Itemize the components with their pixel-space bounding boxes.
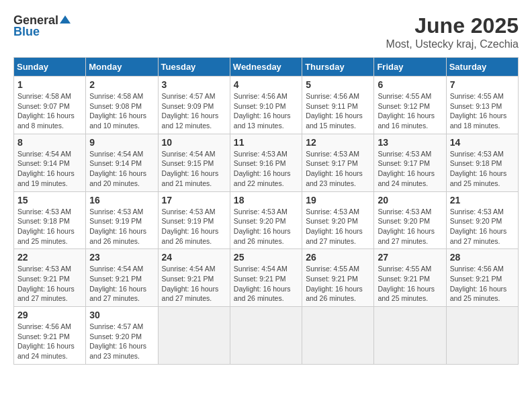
day-content: Sunrise: 4:53 AM Sunset: 9:21 PM Dayligh… — [17, 264, 82, 304]
day-content: Sunrise: 4:53 AM Sunset: 9:19 PM Dayligh… — [89, 207, 154, 246]
calendar-week-1: 1Sunrise: 4:58 AM Sunset: 9:07 PM Daylig… — [14, 77, 519, 134]
day-number: 24 — [162, 252, 226, 263]
day-content: Sunrise: 4:53 AM Sunset: 9:18 PM Dayligh… — [450, 149, 515, 189]
table-row: 14Sunrise: 4:53 AM Sunset: 9:18 PM Dayli… — [446, 134, 518, 191]
day-number: 16 — [89, 195, 154, 205]
day-content: Sunrise: 4:54 AM Sunset: 9:14 PM Dayligh… — [17, 149, 82, 189]
day-number: 5 — [306, 79, 370, 90]
table-row — [230, 307, 302, 365]
day-content: Sunrise: 4:55 AM Sunset: 9:12 PM Dayligh… — [378, 91, 442, 131]
day-number: 18 — [234, 195, 298, 205]
day-number: 26 — [306, 252, 370, 263]
table-row: 26Sunrise: 4:55 AM Sunset: 9:21 PM Dayli… — [302, 249, 374, 307]
day-content: Sunrise: 4:53 AM Sunset: 9:19 PM Dayligh… — [162, 207, 226, 246]
table-row: 16Sunrise: 4:53 AM Sunset: 9:19 PM Dayli… — [86, 191, 158, 249]
day-content: Sunrise: 4:56 AM Sunset: 9:11 PM Dayligh… — [306, 91, 370, 131]
table-row — [158, 307, 230, 365]
table-row: 9Sunrise: 4:54 AM Sunset: 9:14 PM Daylig… — [86, 134, 158, 191]
day-number: 25 — [234, 252, 298, 263]
table-row: 10Sunrise: 4:54 AM Sunset: 9:15 PM Dayli… — [158, 134, 230, 191]
day-number: 12 — [306, 137, 370, 148]
day-number: 13 — [378, 137, 442, 148]
table-row: 24Sunrise: 4:54 AM Sunset: 9:21 PM Dayli… — [158, 249, 230, 307]
table-row: 8Sunrise: 4:54 AM Sunset: 9:14 PM Daylig… — [14, 134, 86, 191]
table-row: 18Sunrise: 4:53 AM Sunset: 9:20 PM Dayli… — [230, 191, 302, 249]
logo: General Blue — [13, 13, 71, 39]
col-friday: Friday — [374, 58, 446, 77]
table-row: 12Sunrise: 4:53 AM Sunset: 9:17 PM Dayli… — [302, 134, 374, 191]
day-content: Sunrise: 4:53 AM Sunset: 9:20 PM Dayligh… — [378, 207, 442, 246]
title-area: June 2025 Most, Ustecky kraj, Czechia — [386, 13, 519, 50]
table-row: 19Sunrise: 4:53 AM Sunset: 9:20 PM Dayli… — [302, 191, 374, 249]
table-row — [446, 307, 518, 365]
day-content: Sunrise: 4:53 AM Sunset: 9:20 PM Dayligh… — [306, 207, 370, 246]
day-content: Sunrise: 4:58 AM Sunset: 9:07 PM Dayligh… — [17, 91, 82, 131]
day-content: Sunrise: 4:55 AM Sunset: 9:21 PM Dayligh… — [378, 264, 442, 304]
col-sunday: Sunday — [14, 58, 86, 77]
day-content: Sunrise: 4:54 AM Sunset: 9:21 PM Dayligh… — [162, 264, 226, 304]
day-number: 14 — [450, 137, 515, 148]
table-row: 2Sunrise: 4:58 AM Sunset: 9:08 PM Daylig… — [86, 77, 158, 134]
table-row: 7Sunrise: 4:55 AM Sunset: 9:13 PM Daylig… — [446, 77, 518, 134]
table-row: 3Sunrise: 4:57 AM Sunset: 9:09 PM Daylig… — [158, 77, 230, 134]
header: General Blue June 2025 Most, Ustecky kra… — [13, 13, 519, 50]
table-row: 17Sunrise: 4:53 AM Sunset: 9:19 PM Dayli… — [158, 191, 230, 249]
day-content: Sunrise: 4:53 AM Sunset: 9:17 PM Dayligh… — [378, 149, 442, 189]
calendar-header-row: Sunday Monday Tuesday Wednesday Thursday… — [14, 58, 519, 77]
day-number: 21 — [450, 195, 515, 205]
day-number: 10 — [162, 137, 226, 148]
table-row: 28Sunrise: 4:56 AM Sunset: 9:21 PM Dayli… — [446, 249, 518, 307]
day-content: Sunrise: 4:54 AM Sunset: 9:21 PM Dayligh… — [234, 264, 298, 304]
calendar-week-4: 22Sunrise: 4:53 AM Sunset: 9:21 PM Dayli… — [14, 249, 519, 307]
day-number: 9 — [89, 137, 154, 148]
table-row: 6Sunrise: 4:55 AM Sunset: 9:12 PM Daylig… — [374, 77, 446, 134]
day-content: Sunrise: 4:53 AM Sunset: 9:20 PM Dayligh… — [450, 207, 515, 246]
col-saturday: Saturday — [446, 58, 518, 77]
calendar-table: Sunday Monday Tuesday Wednesday Thursday… — [13, 57, 519, 365]
day-content: Sunrise: 4:56 AM Sunset: 9:21 PM Dayligh… — [450, 264, 515, 304]
day-content: Sunrise: 4:57 AM Sunset: 9:09 PM Dayligh… — [162, 91, 226, 131]
calendar-week-3: 15Sunrise: 4:53 AM Sunset: 9:18 PM Dayli… — [14, 191, 519, 249]
day-content: Sunrise: 4:54 AM Sunset: 9:15 PM Dayligh… — [162, 149, 226, 189]
day-content: Sunrise: 4:58 AM Sunset: 9:08 PM Dayligh… — [89, 91, 154, 131]
day-content: Sunrise: 4:53 AM Sunset: 9:20 PM Dayligh… — [234, 207, 298, 246]
svg-marker-0 — [60, 15, 71, 24]
day-number: 22 — [17, 252, 82, 263]
table-row — [302, 307, 374, 365]
table-row: 5Sunrise: 4:56 AM Sunset: 9:11 PM Daylig… — [302, 77, 374, 134]
col-wednesday: Wednesday — [230, 58, 302, 77]
day-content: Sunrise: 4:57 AM Sunset: 9:20 PM Dayligh… — [89, 322, 154, 361]
table-row: 1Sunrise: 4:58 AM Sunset: 9:07 PM Daylig… — [14, 77, 86, 134]
table-row: 29Sunrise: 4:56 AM Sunset: 9:21 PM Dayli… — [14, 307, 86, 365]
day-content: Sunrise: 4:53 AM Sunset: 9:16 PM Dayligh… — [234, 149, 298, 189]
logo-blue-text: Blue — [13, 25, 40, 39]
day-number: 8 — [17, 137, 82, 148]
month-title: June 2025 — [386, 13, 519, 38]
col-monday: Monday — [86, 58, 158, 77]
day-number: 11 — [234, 137, 298, 148]
day-content: Sunrise: 4:56 AM Sunset: 9:10 PM Dayligh… — [234, 91, 298, 131]
day-number: 29 — [17, 310, 82, 320]
col-tuesday: Tuesday — [158, 58, 230, 77]
table-row: 22Sunrise: 4:53 AM Sunset: 9:21 PM Dayli… — [14, 249, 86, 307]
day-number: 15 — [17, 195, 82, 205]
table-row: 25Sunrise: 4:54 AM Sunset: 9:21 PM Dayli… — [230, 249, 302, 307]
day-number: 19 — [306, 195, 370, 205]
day-content: Sunrise: 4:56 AM Sunset: 9:21 PM Dayligh… — [17, 322, 82, 361]
table-row: 27Sunrise: 4:55 AM Sunset: 9:21 PM Dayli… — [374, 249, 446, 307]
day-content: Sunrise: 4:53 AM Sunset: 9:18 PM Dayligh… — [17, 207, 82, 246]
day-number: 1 — [17, 79, 82, 90]
table-row: 15Sunrise: 4:53 AM Sunset: 9:18 PM Dayli… — [14, 191, 86, 249]
table-row: 30Sunrise: 4:57 AM Sunset: 9:20 PM Dayli… — [86, 307, 158, 365]
table-row: 20Sunrise: 4:53 AM Sunset: 9:20 PM Dayli… — [374, 191, 446, 249]
day-content: Sunrise: 4:55 AM Sunset: 9:21 PM Dayligh… — [306, 264, 370, 304]
col-thursday: Thursday — [302, 58, 374, 77]
day-content: Sunrise: 4:53 AM Sunset: 9:17 PM Dayligh… — [306, 149, 370, 189]
calendar-week-2: 8Sunrise: 4:54 AM Sunset: 9:14 PM Daylig… — [14, 134, 519, 191]
day-number: 4 — [234, 79, 298, 90]
day-number: 28 — [450, 252, 515, 263]
day-number: 27 — [378, 252, 442, 263]
table-row — [374, 307, 446, 365]
table-row: 11Sunrise: 4:53 AM Sunset: 9:16 PM Dayli… — [230, 134, 302, 191]
day-content: Sunrise: 4:54 AM Sunset: 9:14 PM Dayligh… — [89, 149, 154, 189]
